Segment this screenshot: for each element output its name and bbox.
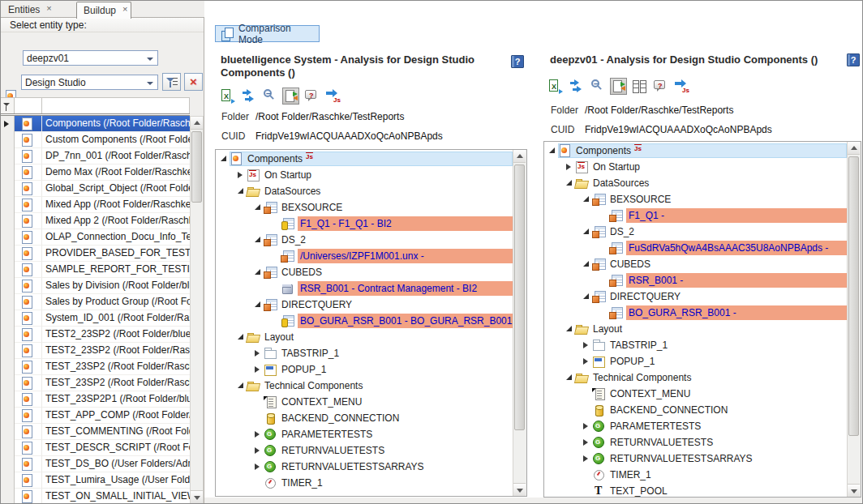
- list-item[interactable]: TEST_COMMENTING (/Root Folder/bl: [0, 424, 190, 440]
- toggle-collapsed-icon[interactable]: [582, 353, 592, 369]
- scroll-down-button[interactable]: [191, 490, 203, 503]
- toggle-expanded-icon[interactable]: [547, 143, 558, 159]
- excel-export-button[interactable]: X: [219, 88, 236, 105]
- tree-item[interactable]: Technical Components: [216, 378, 513, 394]
- tree-item[interactable]: DS_2: [544, 224, 847, 240]
- tree-item[interactable]: On Startup: [544, 159, 847, 175]
- toggle-collapsed-icon[interactable]: [582, 451, 592, 467]
- toggle-collapsed-icon[interactable]: [582, 434, 592, 451]
- compare-documents-button[interactable]: [282, 88, 299, 105]
- js-script-button[interactable]: Js: [324, 88, 341, 105]
- toggle-collapsed-icon[interactable]: [253, 345, 264, 361]
- toggle-expanded-icon[interactable]: [582, 224, 592, 240]
- tree-item[interactable]: BEXSOURCE: [216, 199, 513, 216]
- help-icon[interactable]: ?: [511, 55, 524, 68]
- list-item[interactable]: TEST_Lumira_Usage (/User Folders/A: [0, 472, 190, 489]
- tree-item[interactable]: TABSTRIP_1: [216, 345, 513, 361]
- list-item[interactable]: Components (/Root Folder/Raschke/T: [0, 116, 190, 132]
- comment-help-button[interactable]: ?: [303, 88, 320, 105]
- list-item[interactable]: Mixed App (/Root Folder/Raschke/De: [0, 197, 190, 213]
- toggle-collapsed-icon[interactable]: [253, 442, 264, 459]
- list-item[interactable]: Sales by Division (/Root Folder/bluete: [0, 278, 190, 294]
- toggle-expanded-icon[interactable]: [253, 199, 264, 216]
- list-item[interactable]: Custom Components (/Root Folder/Ra: [0, 132, 190, 148]
- tree-item[interactable]: CUBEDS: [544, 256, 847, 272]
- tree-item[interactable]: DataSources: [544, 175, 847, 191]
- list-item[interactable]: TEST2_23SP2 (/Root Folder/Raschke,: [0, 343, 190, 359]
- expand-all-button[interactable]: [568, 78, 585, 95]
- list-item[interactable]: TEST_DS_BO (/User Folders/Administ: [0, 456, 190, 472]
- scroll-up-button[interactable]: [848, 142, 860, 155]
- tree-scrollbar[interactable]: [847, 142, 861, 497]
- tree-item[interactable]: CONTEXT_MENU: [216, 394, 513, 410]
- columns-view-button[interactable]: [631, 78, 648, 95]
- toggle-collapsed-icon[interactable]: [253, 426, 264, 442]
- expand-all-button[interactable]: [240, 88, 257, 105]
- list-item[interactable]: TEST2_23SP2 (/Root Folder/bluetellig: [0, 327, 190, 343]
- scroll-down-button[interactable]: [513, 483, 526, 496]
- tree-item[interactable]: RETURNVALUETESTS: [544, 434, 847, 451]
- filter-cell-name[interactable]: [42, 98, 190, 113]
- zoom-out-button[interactable]: –: [261, 88, 278, 105]
- tree-item[interactable]: BEXSOURCE: [544, 191, 847, 207]
- toggle-expanded-icon[interactable]: [565, 369, 575, 386]
- tab-buildup[interactable]: Buildup ×: [76, 2, 131, 19]
- compare-documents-button[interactable]: [610, 78, 627, 95]
- toggle-expanded-icon[interactable]: [236, 329, 247, 345]
- toggle-expanded-icon[interactable]: [236, 183, 247, 199]
- tree-item[interactable]: On Startup: [216, 167, 513, 183]
- tree-item[interactable]: POPUP_1: [216, 361, 513, 378]
- scroll-thumb[interactable]: [191, 131, 202, 203]
- toggle-collapsed-icon[interactable]: [253, 361, 264, 378]
- tree-item[interactable]: BO_GURA_RSR_B001 - BO_GURA_RSR_B001 - BI…: [216, 313, 513, 329]
- tree-item[interactable]: ComponentsJs: [216, 151, 513, 167]
- tree-item[interactable]: DataSources: [216, 183, 513, 199]
- tree-item[interactable]: F1_Q1 - F1_Q1 - BI2: [216, 216, 513, 232]
- tree-item[interactable]: Layout: [544, 321, 847, 337]
- scroll-up-button[interactable]: [191, 117, 203, 130]
- toggle-expanded-icon[interactable]: [582, 256, 592, 272]
- tree-item[interactable]: F1_Q1 -: [544, 207, 847, 224]
- tree-item[interactable]: BO_GURA_RSR_B001 -: [544, 305, 847, 321]
- filter-button[interactable]: [162, 73, 181, 91]
- toggle-expanded-icon[interactable]: [219, 151, 230, 167]
- list-item[interactable]: OLAP_Connection_Docu_Info_Test (/: [0, 229, 190, 246]
- list-item[interactable]: Global_Script_Object (/Root Folder/R: [0, 181, 190, 197]
- tree-item[interactable]: RETURNVALUETESTSARRAYS: [544, 451, 847, 467]
- list-item[interactable]: PROVIDER_BASED_FOR_TESTING (/R: [0, 246, 190, 262]
- tree-scrollbar[interactable]: [513, 150, 526, 496]
- toggle-collapsed-icon[interactable]: [236, 167, 247, 183]
- toggle-expanded-icon[interactable]: [582, 191, 592, 207]
- list-item[interactable]: Sales by Product Group (/Root Folder: [0, 294, 190, 310]
- list-item[interactable]: TEST_APP_COMP (/Root Folder/bluet: [0, 408, 190, 424]
- zoom-out-button[interactable]: –: [589, 78, 606, 95]
- toggle-expanded-icon[interactable]: [565, 321, 575, 337]
- list-item[interactable]: TEST_23SP2 (/Root Folder/Raschke/D: [0, 359, 190, 375]
- tab-entities[interactable]: Entities ×: [2, 2, 75, 18]
- list-item[interactable]: Mixed App 2 (/Root Folder/Raschke/D: [0, 213, 190, 229]
- toggle-expanded-icon[interactable]: [236, 378, 247, 394]
- filter-cell-icon[interactable]: [15, 98, 42, 113]
- tree-item[interactable]: Layout: [216, 329, 513, 345]
- list-item[interactable]: TEST_ON_SMALL_INITIAL_VIEW (/Ro: [0, 489, 190, 504]
- tree-item[interactable]: TIMER_1: [544, 467, 847, 483]
- toggle-expanded-icon[interactable]: [253, 297, 264, 313]
- clear-filter-button[interactable]: ×: [184, 73, 203, 91]
- toggle-expanded-icon[interactable]: [582, 288, 592, 305]
- tree-item[interactable]: RETURNVALUETESTS: [216, 442, 513, 459]
- tree-item[interactable]: RSR_B001 -: [544, 272, 847, 288]
- scroll-thumb[interactable]: [514, 164, 525, 430]
- tree-item[interactable]: PARAMETERTESTS: [216, 426, 513, 442]
- tree-item[interactable]: DIRECTQUERY: [216, 297, 513, 313]
- tree-item[interactable]: TIMER_1: [216, 475, 513, 491]
- tree-item[interactable]: PARAMETERTESTS: [544, 418, 847, 434]
- tree-item[interactable]: TEXT_POOL: [544, 483, 847, 497]
- list-item[interactable]: SAMPLE_REPORT_FOR_TESTING_M (: [0, 262, 190, 278]
- comment-help-button[interactable]: ?: [652, 78, 669, 95]
- tree-item[interactable]: ComponentsJs: [544, 143, 847, 159]
- list-item[interactable]: Demo Max (/Root Folder/Raschke): [0, 164, 190, 181]
- tree-item[interactable]: TABSTRIP_1: [544, 337, 847, 353]
- help-icon[interactable]: ?: [847, 53, 860, 66]
- scroll-thumb[interactable]: [848, 156, 859, 436]
- comparison-mode-button[interactable]: Comparison Mode: [215, 25, 320, 42]
